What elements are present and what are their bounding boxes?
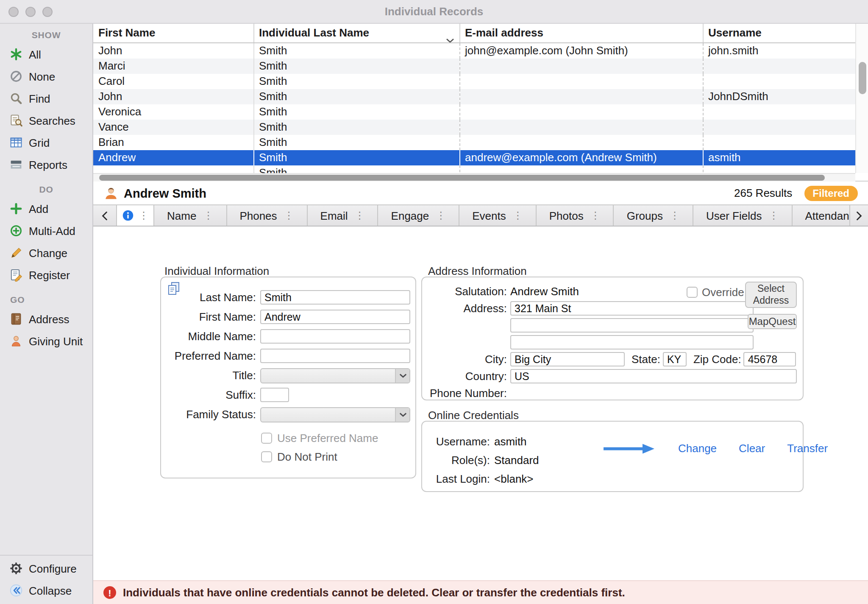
column-header-individual-last-name[interactable]: Individual Last Name [253, 24, 459, 43]
mapquest-button[interactable]: MapQuest [748, 314, 797, 329]
field-input-first-name[interactable] [260, 310, 410, 324]
sidebar-item-change[interactable]: Change [0, 242, 92, 264]
person-name: Andrew Smith [124, 186, 206, 200]
sidebar-item-reports[interactable]: Reports [0, 154, 92, 176]
vertical-scrollbar-thumb[interactable] [859, 62, 866, 94]
sidebar-section-label: DO [0, 183, 92, 196]
table-row[interactable]: CarolSmith [93, 74, 855, 89]
cell-first-name: Veronica [93, 104, 253, 120]
tab-menu-dots[interactable]: ⋮ [670, 210, 680, 221]
field-input-preferred-name[interactable] [260, 349, 410, 363]
field-select-title[interactable] [260, 368, 410, 383]
sidebar-item-all[interactable]: All [0, 43, 92, 65]
tab-menu-dots[interactable]: ⋮ [139, 210, 149, 221]
avatar [103, 185, 119, 201]
table-row[interactable]: AndrewSmithandrew@example.com (Andrew Sm… [93, 150, 855, 165]
tab-info[interactable]: ⋮ [117, 205, 154, 226]
checkbox-use-preferred-name[interactable]: Use Preferred Name [261, 428, 378, 447]
records-table-area: First NameIndividual Last NameE-mail add… [93, 24, 868, 182]
credentials-clear-link[interactable]: Clear [739, 442, 765, 455]
detail-header: Andrew Smith 265 Results Filtered [93, 182, 868, 204]
credentials-transfer-link[interactable]: Transfer [787, 442, 828, 455]
table-row[interactable]: Smith [93, 165, 855, 173]
tab-menu-dots[interactable]: ⋮ [769, 210, 779, 221]
address-book-icon [9, 312, 23, 326]
sidebar-item-configure[interactable]: Configure [0, 557, 92, 579]
sidebar-item-add[interactable]: Add [0, 198, 92, 220]
tab-label: Email [320, 209, 348, 222]
country-input[interactable] [510, 369, 797, 383]
table-row[interactable]: MarciSmith [93, 59, 855, 74]
tab-events[interactable]: Events⋮ [459, 205, 537, 226]
individual-fields: Last Name:First Name:Middle Name:Preferr… [161, 288, 410, 424]
state-input[interactable] [663, 352, 687, 366]
tab-menu-dots[interactable]: ⋮ [436, 210, 446, 221]
tab-phones[interactable]: Phones⋮ [227, 205, 307, 226]
table-row[interactable]: JohnSmithjohn@example.com (John Smith)jo… [93, 43, 855, 59]
sidebar-section-label: SHOW [0, 29, 92, 42]
tab-groups[interactable]: Groups⋮ [614, 205, 693, 226]
credential-actions: ChangeClearTransfer [602, 442, 828, 455]
tab-menu-dots[interactable]: ⋮ [284, 210, 294, 221]
tab-attendance[interactable]: Attendance⋮ [793, 205, 850, 226]
sort-indicator-icon [445, 31, 454, 43]
sidebar-item-collapse[interactable]: Collapse [0, 579, 92, 601]
tab-menu-dots[interactable]: ⋮ [513, 210, 523, 221]
sidebar-item-grid[interactable]: Grid [0, 131, 92, 154]
field-input-suffix[interactable] [260, 388, 289, 402]
tab-user-fields[interactable]: User Fields⋮ [693, 205, 793, 226]
vertical-scrollbar[interactable] [855, 24, 868, 173]
tab-label: Name [167, 209, 196, 222]
sidebar-item-label: Multi-Add [29, 224, 75, 237]
column-header-username[interactable]: Username [703, 24, 855, 43]
override-checkbox[interactable]: Override [687, 286, 744, 299]
checkbox-box [261, 451, 272, 462]
minimize-window-button[interactable] [25, 7, 36, 17]
sidebar-item-none[interactable]: None [0, 65, 92, 87]
table-row[interactable]: JohnSmithJohnDSmith [93, 89, 855, 104]
tab-email[interactable]: Email⋮ [308, 205, 378, 226]
tab-menu-dots[interactable]: ⋮ [355, 210, 365, 221]
tab-name[interactable]: Name⋮ [154, 205, 227, 226]
cell-username [703, 165, 855, 173]
checkbox-do-not-print[interactable]: Do Not Print [261, 447, 378, 466]
sidebar-item-register[interactable]: Register [0, 264, 92, 286]
tabs-forward-button[interactable] [849, 205, 868, 226]
sidebar-item-find[interactable]: Find [0, 87, 92, 109]
field-row-title: Title: [161, 366, 410, 385]
select-address-button[interactable]: Select Address [745, 282, 797, 308]
column-header-e-mail-address[interactable]: E-mail address [459, 24, 703, 43]
sidebar-item-multi-add[interactable]: Multi-Add [0, 220, 92, 242]
tab-menu-dots[interactable]: ⋮ [590, 210, 601, 221]
address-line2-input[interactable] [510, 318, 754, 333]
field-select-family-status[interactable] [260, 407, 410, 422]
sidebar-item-searches[interactable]: Searches [0, 109, 92, 131]
credentials-change-link[interactable]: Change [678, 442, 717, 455]
sidebar-item-giving-unit[interactable]: Giving Unit [0, 330, 92, 352]
tabs-back-button[interactable] [93, 205, 117, 226]
address-info-box: Salutation: Andrew Smith Address: [421, 277, 804, 400]
credential-value: asmith [494, 435, 527, 447]
filtered-badge[interactable]: Filtered [804, 185, 858, 201]
tab-menu-dots[interactable]: ⋮ [203, 210, 213, 221]
close-window-button[interactable] [8, 7, 19, 17]
sidebar-item-label: Grid [29, 136, 50, 149]
field-input-middle-name[interactable] [260, 329, 410, 344]
horizontal-scrollbar-thumb[interactable] [99, 175, 825, 181]
city-input[interactable] [510, 352, 625, 366]
field-row-middle-name: Middle Name: [161, 327, 410, 346]
zip-input[interactable] [744, 352, 796, 366]
table-row[interactable]: BrianSmith [93, 135, 855, 150]
tab-photos[interactable]: Photos⋮ [537, 205, 614, 226]
address-line3-input[interactable] [510, 335, 754, 350]
tab-engage[interactable]: Engage⋮ [378, 205, 460, 226]
horizontal-scrollbar[interactable] [93, 173, 855, 182]
table-row[interactable]: VanceSmith [93, 120, 855, 135]
address-line1-input[interactable] [510, 301, 754, 316]
column-header-first-name[interactable]: First Name [93, 24, 253, 43]
sidebar-item-address[interactable]: Address [0, 308, 92, 330]
field-input-last-name[interactable] [260, 290, 410, 305]
table-row[interactable]: VeronicaSmith [93, 104, 855, 120]
sidebar-item-label: None [29, 70, 55, 83]
zoom-window-button[interactable] [42, 7, 53, 17]
